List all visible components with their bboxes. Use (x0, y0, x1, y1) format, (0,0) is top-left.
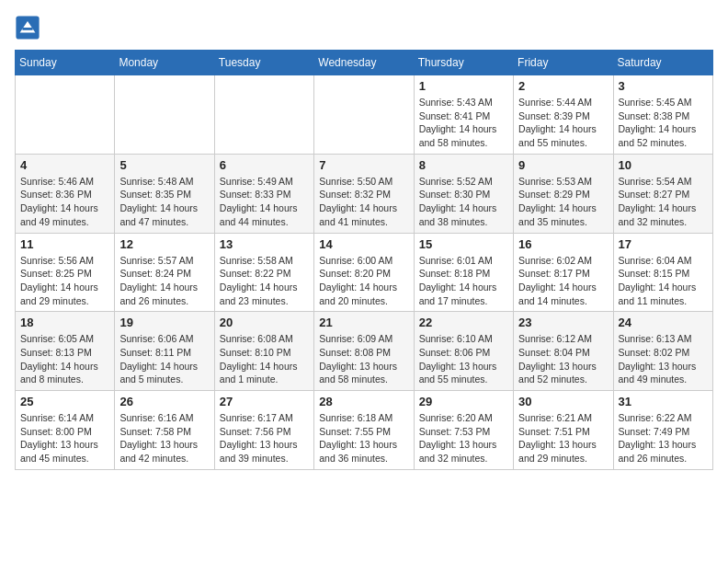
day-info: Sunrise: 5:49 AM Sunset: 8:33 PM Dayligh… (220, 175, 309, 229)
day-number: 16 (518, 237, 608, 251)
calendar-cell: 20Sunrise: 6:08 AM Sunset: 8:10 PM Dayli… (214, 312, 313, 391)
calendar-week-4: 18Sunrise: 6:05 AM Sunset: 8:13 PM Dayli… (16, 312, 713, 391)
day-number: 24 (619, 316, 708, 329)
logo-icon (15, 15, 40, 40)
calendar-cell: 24Sunrise: 6:13 AM Sunset: 8:02 PM Dayli… (613, 312, 712, 391)
day-info: Sunrise: 6:02 AM Sunset: 8:17 PM Dayligh… (518, 254, 608, 308)
calendar-cell: 13Sunrise: 5:58 AM Sunset: 8:22 PM Dayli… (214, 233, 313, 312)
calendar-cell (115, 75, 214, 155)
day-number: 14 (319, 237, 408, 251)
day-number: 7 (319, 158, 408, 172)
day-number: 8 (419, 158, 508, 172)
day-info: Sunrise: 6:00 AM Sunset: 8:20 PM Dayligh… (319, 254, 408, 308)
calendar-cell: 9Sunrise: 5:53 AM Sunset: 8:29 PM Daylig… (514, 154, 613, 233)
calendar-cell: 6Sunrise: 5:49 AM Sunset: 8:33 PM Daylig… (214, 154, 313, 233)
day-info: Sunrise: 6:09 AM Sunset: 8:08 PM Dayligh… (319, 332, 408, 386)
day-number: 28 (319, 395, 408, 408)
day-number: 15 (419, 237, 508, 251)
day-info: Sunrise: 5:58 AM Sunset: 8:22 PM Dayligh… (220, 254, 309, 308)
weekday-header-saturday: Saturday (613, 51, 712, 75)
calendar-cell: 11Sunrise: 5:56 AM Sunset: 8:25 PM Dayli… (16, 233, 115, 312)
day-number: 29 (419, 395, 508, 408)
day-info: Sunrise: 5:54 AM Sunset: 8:27 PM Dayligh… (619, 175, 708, 229)
day-info: Sunrise: 6:06 AM Sunset: 8:11 PM Dayligh… (119, 332, 209, 386)
day-info: Sunrise: 6:20 AM Sunset: 7:53 PM Dayligh… (419, 411, 508, 465)
day-info: Sunrise: 6:01 AM Sunset: 8:18 PM Dayligh… (419, 254, 508, 308)
calendar-cell: 28Sunrise: 6:18 AM Sunset: 7:55 PM Dayli… (314, 391, 414, 470)
day-info: Sunrise: 5:50 AM Sunset: 8:32 PM Dayligh… (319, 175, 408, 229)
calendar-table: SundayMondayTuesdayWednesdayThursdayFrid… (15, 50, 713, 470)
calendar-cell: 31Sunrise: 6:22 AM Sunset: 7:49 PM Dayli… (613, 391, 712, 470)
day-info: Sunrise: 6:13 AM Sunset: 8:02 PM Dayligh… (619, 332, 708, 386)
day-info: Sunrise: 5:53 AM Sunset: 8:29 PM Dayligh… (518, 175, 608, 229)
calendar-header: SundayMondayTuesdayWednesdayThursdayFrid… (16, 51, 713, 75)
calendar-cell: 25Sunrise: 6:14 AM Sunset: 8:00 PM Dayli… (16, 391, 115, 470)
calendar-cell: 10Sunrise: 5:54 AM Sunset: 8:27 PM Dayli… (613, 154, 712, 233)
calendar-cell: 22Sunrise: 6:10 AM Sunset: 8:06 PM Dayli… (414, 312, 513, 391)
day-info: Sunrise: 6:04 AM Sunset: 8:15 PM Dayligh… (619, 254, 708, 308)
calendar-cell (16, 75, 115, 155)
day-info: Sunrise: 6:12 AM Sunset: 8:04 PM Dayligh… (518, 332, 608, 386)
calendar-body: 1Sunrise: 5:43 AM Sunset: 8:41 PM Daylig… (16, 75, 713, 470)
day-number: 1 (419, 79, 508, 93)
day-number: 6 (220, 158, 309, 172)
calendar-cell: 30Sunrise: 6:21 AM Sunset: 7:51 PM Dayli… (514, 391, 613, 470)
day-number: 31 (619, 395, 708, 408)
calendar-cell (314, 75, 414, 155)
day-number: 12 (119, 237, 209, 251)
day-number: 20 (220, 316, 309, 329)
day-number: 10 (619, 158, 708, 172)
day-info: Sunrise: 5:46 AM Sunset: 8:36 PM Dayligh… (20, 175, 109, 229)
day-info: Sunrise: 6:05 AM Sunset: 8:13 PM Dayligh… (20, 332, 109, 386)
day-info: Sunrise: 5:44 AM Sunset: 8:39 PM Dayligh… (518, 96, 608, 150)
calendar-cell: 21Sunrise: 6:09 AM Sunset: 8:08 PM Dayli… (314, 312, 414, 391)
logo (15, 15, 44, 40)
calendar-cell: 15Sunrise: 6:01 AM Sunset: 8:18 PM Dayli… (414, 233, 513, 312)
page-header (15, 15, 713, 40)
day-info: Sunrise: 6:17 AM Sunset: 7:56 PM Dayligh… (220, 411, 309, 465)
day-info: Sunrise: 6:21 AM Sunset: 7:51 PM Dayligh… (518, 411, 608, 465)
calendar-cell: 29Sunrise: 6:20 AM Sunset: 7:53 PM Dayli… (414, 391, 513, 470)
calendar-cell: 2Sunrise: 5:44 AM Sunset: 8:39 PM Daylig… (514, 75, 613, 155)
day-number: 17 (619, 237, 708, 251)
calendar-week-5: 25Sunrise: 6:14 AM Sunset: 8:00 PM Dayli… (16, 391, 713, 470)
calendar-cell: 27Sunrise: 6:17 AM Sunset: 7:56 PM Dayli… (214, 391, 313, 470)
day-number: 26 (119, 395, 209, 408)
calendar-cell: 3Sunrise: 5:45 AM Sunset: 8:38 PM Daylig… (613, 75, 712, 155)
calendar-cell: 4Sunrise: 5:46 AM Sunset: 8:36 PM Daylig… (16, 154, 115, 233)
day-number: 11 (20, 237, 109, 251)
calendar-cell: 8Sunrise: 5:52 AM Sunset: 8:30 PM Daylig… (414, 154, 513, 233)
svg-rect-2 (22, 28, 32, 30)
day-number: 30 (518, 395, 608, 408)
calendar-cell: 12Sunrise: 5:57 AM Sunset: 8:24 PM Dayli… (115, 233, 214, 312)
day-number: 21 (319, 316, 408, 329)
calendar-cell: 16Sunrise: 6:02 AM Sunset: 8:17 PM Dayli… (514, 233, 613, 312)
day-number: 25 (20, 395, 109, 408)
calendar-cell: 14Sunrise: 6:00 AM Sunset: 8:20 PM Dayli… (314, 233, 414, 312)
weekday-header-tuesday: Tuesday (214, 51, 313, 75)
day-info: Sunrise: 6:08 AM Sunset: 8:10 PM Dayligh… (220, 332, 309, 386)
weekday-header-monday: Monday (115, 51, 214, 75)
calendar-cell: 18Sunrise: 6:05 AM Sunset: 8:13 PM Dayli… (16, 312, 115, 391)
day-number: 22 (419, 316, 508, 329)
day-info: Sunrise: 5:52 AM Sunset: 8:30 PM Dayligh… (419, 175, 508, 229)
calendar-week-2: 4Sunrise: 5:46 AM Sunset: 8:36 PM Daylig… (16, 154, 713, 233)
day-number: 5 (119, 158, 209, 172)
day-info: Sunrise: 6:14 AM Sunset: 8:00 PM Dayligh… (20, 411, 109, 465)
weekday-header-wednesday: Wednesday (314, 51, 414, 75)
weekday-header-sunday: Sunday (16, 51, 115, 75)
calendar-cell: 5Sunrise: 5:48 AM Sunset: 8:35 PM Daylig… (115, 154, 214, 233)
calendar-cell: 7Sunrise: 5:50 AM Sunset: 8:32 PM Daylig… (314, 154, 414, 233)
calendar-cell: 17Sunrise: 6:04 AM Sunset: 8:15 PM Dayli… (613, 233, 712, 312)
weekday-header-friday: Friday (514, 51, 613, 75)
calendar-cell: 26Sunrise: 6:16 AM Sunset: 7:58 PM Dayli… (115, 391, 214, 470)
day-info: Sunrise: 6:18 AM Sunset: 7:55 PM Dayligh… (319, 411, 408, 465)
day-info: Sunrise: 5:43 AM Sunset: 8:41 PM Dayligh… (419, 96, 508, 150)
day-number: 19 (119, 316, 209, 329)
day-number: 3 (619, 79, 708, 93)
day-info: Sunrise: 5:48 AM Sunset: 8:35 PM Dayligh… (119, 175, 209, 229)
day-info: Sunrise: 5:45 AM Sunset: 8:38 PM Dayligh… (619, 96, 708, 150)
day-number: 4 (20, 158, 109, 172)
calendar-cell: 19Sunrise: 6:06 AM Sunset: 8:11 PM Dayli… (115, 312, 214, 391)
day-number: 18 (20, 316, 109, 329)
